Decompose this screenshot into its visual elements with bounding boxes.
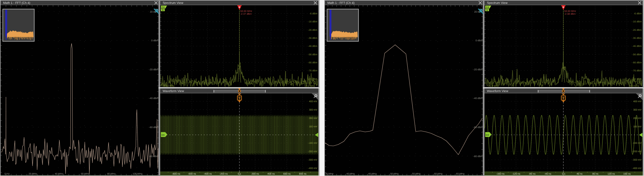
svg-text:-400 mV: -400 mV xyxy=(632,167,642,170)
svg-text:T: T xyxy=(562,97,564,100)
svg-text:T: T xyxy=(238,97,240,100)
svg-text:N: N xyxy=(486,9,488,12)
svg-text:-6 dBm: -6 dBm xyxy=(309,12,317,15)
svg-text:C4: C4 xyxy=(486,134,489,136)
svg-text:-20 dBm: -20 dBm xyxy=(149,68,158,71)
svg-text:-300 mV: -300 mV xyxy=(632,159,642,161)
svg-text:800 ns: 800 ns xyxy=(299,173,307,175)
svg-text:Math 1 - FFT (Ch 4): Math 1 - FFT (Ch 4) xyxy=(3,1,30,5)
svg-text:-40 ns: -40 ns xyxy=(545,173,552,175)
svg-text:-20 dBm: -20 dBm xyxy=(473,68,483,71)
svg-text:-36 dBm: -36 dBm xyxy=(632,37,642,40)
svg-text:-80 ns: -80 ns xyxy=(528,173,535,175)
svg-text:-40 dBm: -40 dBm xyxy=(149,97,158,100)
svg-text:-6 dBm: -6 dBm xyxy=(634,12,642,15)
svg-text:-76 dBm: -76 dBm xyxy=(632,69,642,72)
svg-text:-76 dBm: -76 dBm xyxy=(308,69,318,72)
svg-text:100 MHz: 100 MHz xyxy=(133,173,143,175)
svg-text:45.0 MHz: 45.0 MHz xyxy=(488,85,499,87)
svg-text:-66 dBm: -66 dBm xyxy=(308,61,318,64)
svg-text:-16 dBm: -16 dBm xyxy=(632,20,642,23)
svg-text:-300 mV: -300 mV xyxy=(308,159,318,161)
svg-text:0 Hz: 0 Hz xyxy=(5,173,10,175)
svg-text:55 MHz: 55 MHz xyxy=(412,173,421,175)
svg-text:-46 dBm: -46 dBm xyxy=(308,45,318,48)
svg-text:-80 dBm: -80 dBm xyxy=(473,155,483,158)
svg-text:100 mV: 100 mV xyxy=(633,126,642,128)
svg-text:400 mV: 400 mV xyxy=(633,100,642,103)
svg-text:-400 ns: -400 ns xyxy=(204,173,212,175)
svg-text:40 ns: 40 ns xyxy=(577,173,583,175)
svg-text:50.00 MHz: 50.00 MHz xyxy=(240,10,252,13)
svg-text:20 MHz: 20 MHz xyxy=(29,173,37,175)
svg-text:50.00 MHz: 50.00 MHz xyxy=(564,10,576,13)
svg-text:-56 dBm: -56 dBm xyxy=(308,53,318,56)
svg-text:100 mV: 100 mV xyxy=(309,126,317,128)
svg-text:C4: C4 xyxy=(162,134,165,136)
svg-text:-40 dBm: -40 dBm xyxy=(473,97,483,100)
svg-text:400 ns: 400 ns xyxy=(267,173,275,175)
svg-text:-56 dBm: -56 dBm xyxy=(632,53,642,56)
svg-text:-2.38 dBm: -2.38 dBm xyxy=(564,13,576,15)
svg-text:-160 ns: -160 ns xyxy=(496,173,505,175)
svg-text:35 MHz: 35 MHz xyxy=(325,173,334,175)
svg-text:-100 mV: -100 mV xyxy=(308,142,318,145)
svg-text:200 ns: 200 ns xyxy=(252,173,259,175)
svg-text:40 MHz: 40 MHz xyxy=(55,173,64,175)
svg-text:-100 mV: -100 mV xyxy=(632,142,642,145)
svg-text:50 MHz: 50 MHz xyxy=(390,173,399,175)
svg-text:-800 ns: -800 ns xyxy=(172,173,180,175)
svg-text:120 ns: 120 ns xyxy=(607,173,615,175)
svg-text:200 mV: 200 mV xyxy=(309,117,317,120)
svg-text:600 ns: 600 ns xyxy=(283,173,291,175)
svg-text:-200 mV: -200 mV xyxy=(308,150,318,153)
svg-text:80 MHz: 80 MHz xyxy=(107,173,116,175)
svg-text:300 mV: 300 mV xyxy=(309,109,317,111)
svg-text:-36 dBm: -36 dBm xyxy=(308,37,318,40)
svg-text:-66 dBm: -66 dBm xyxy=(632,61,642,64)
svg-text:R: R xyxy=(563,6,564,9)
svg-text:45.0 MHz: 45.0 MHz xyxy=(164,85,175,87)
svg-text:55.0 MHz: 55.0 MHz xyxy=(305,85,315,87)
svg-text:-120 ns: -120 ns xyxy=(512,173,520,175)
svg-text:Waveform View: Waveform View xyxy=(163,89,184,93)
svg-text:C4: C4 xyxy=(486,6,489,9)
svg-text:45 MHz: 45 MHz xyxy=(368,173,377,175)
svg-text:400 mV: 400 mV xyxy=(309,100,317,103)
svg-text:-200 mV: -200 mV xyxy=(632,150,642,153)
svg-text:0 dBm: 0 dBm xyxy=(475,39,482,42)
svg-text:-26 dBm: -26 dBm xyxy=(308,29,318,31)
svg-text:-26 dBm: -26 dBm xyxy=(632,29,642,31)
svg-text:N: N xyxy=(162,9,163,12)
svg-text:-400 mV: -400 mV xyxy=(308,167,318,170)
svg-text:60 MHz: 60 MHz xyxy=(81,173,90,175)
svg-text:-600 ns: -600 ns xyxy=(188,173,196,175)
svg-text:Waveform View: Waveform View xyxy=(487,89,509,93)
svg-text:-46 dBm: -46 dBm xyxy=(632,45,642,48)
svg-text:-200 ns: -200 ns xyxy=(220,173,228,175)
svg-text:Math 1 - FFT (Ch 4): Math 1 - FFT (Ch 4) xyxy=(327,1,355,5)
svg-text:65.0 MHz: 65.0 MHz xyxy=(629,85,639,87)
svg-text:-2.37 dBm: -2.37 dBm xyxy=(240,13,252,15)
svg-text:Spectrum View: Spectrum View xyxy=(487,1,508,5)
svg-text:Spectrum View: Spectrum View xyxy=(163,1,184,5)
svg-text:0 s: 0 s xyxy=(562,173,565,175)
svg-text:65 MHz: 65 MHz xyxy=(456,173,465,175)
svg-text:0 dBm: 0 dBm xyxy=(151,39,158,42)
svg-text:80 ns: 80 ns xyxy=(592,173,599,175)
svg-text:60 MHz: 60 MHz xyxy=(434,173,443,175)
svg-text:40 MHz: 40 MHz xyxy=(346,173,355,175)
svg-text:200 mV: 200 mV xyxy=(633,117,642,120)
svg-text:C4: C4 xyxy=(162,6,165,9)
svg-text:300 mV: 300 mV xyxy=(633,109,642,111)
svg-text:-16 dBm: -16 dBm xyxy=(308,20,318,23)
svg-text:160 ns: 160 ns xyxy=(623,173,631,175)
svg-text:R: R xyxy=(239,6,240,9)
